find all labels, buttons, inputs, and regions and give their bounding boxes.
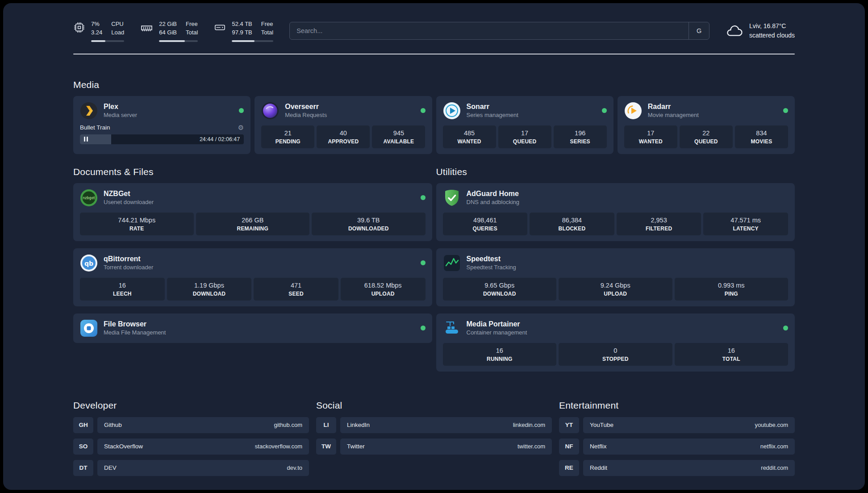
pause-icon[interactable] [84,137,88,142]
section-title-developer: Developer [73,400,309,411]
stat-box: 9.65 GbpsDOWNLOAD [443,278,557,301]
bookmark-abbr: NF [559,439,579,455]
bookmark-github[interactable]: GH Github github.com [73,417,309,433]
app-card-overseerr[interactable]: Overseerr Media Requests 21PENDING 40APP… [255,96,432,154]
stat-box: 834MOVIES [735,125,788,148]
app-card-qbittorrent[interactable]: qb qBittorrent Torrent downloader 16LEEC… [73,248,432,306]
stat-box: 485WANTED [443,125,496,148]
app-card-radarr[interactable]: Radarr Movie management 17WANTED 22QUEUE… [618,96,795,154]
nzbget-icon: nzbget [80,189,98,207]
status-dot [602,108,607,113]
stat-box: 618.52 MbpsUPLOAD [341,278,426,301]
stat-box: 22QUEUED [680,125,733,148]
bookmark-reddit[interactable]: RE Reddit reddit.com [559,460,795,476]
bookmark-abbr: LI [316,417,336,433]
entertainment-column: Entertainment YT YouTube youtube.com NF … [559,400,795,476]
disk-icon [214,20,226,33]
social-column: Social LI LinkedIn linkedin.com TW Twitt… [316,400,552,476]
app-card-filebrowser[interactable]: File Browser Media File Management [73,313,432,343]
app-card-adguard[interactable]: AdGuard Home DNS and adblocking 498,461Q… [436,183,795,241]
cpu-monitor: 7% 3.24 CPU Load [73,20,124,42]
stat-box: 86,384BLOCKED [530,213,614,235]
app-card-speedtest[interactable]: Speedtest Speedtest Tracking 9.65 GbpsDO… [436,248,795,306]
ram-monitor: 22 GiB 64 GiB Free Total [140,20,198,42]
app-name: Plex [104,103,137,111]
app-desc: Series management [467,112,518,118]
app-name: Overseerr [285,103,327,111]
svg-text:nzbget: nzbget [83,196,95,200]
stat-box: 47.571 msLATENCY [703,213,788,235]
stat-box: 16TOTAL [675,343,789,366]
bookmark-linkedin[interactable]: LI LinkedIn linkedin.com [316,417,552,433]
bookmark-name: Github [104,422,122,428]
app-desc: Media Requests [285,112,327,118]
bookmark-stackoverflow[interactable]: SO StackOverflow stackoverflow.com [73,439,309,455]
bookmark-abbr: DT [73,460,93,476]
status-dot [783,108,788,113]
media-grid: Plex Media server Bullet Train ⚙ 24:44 /… [73,96,795,154]
app-card-plex[interactable]: Plex Media server Bullet Train ⚙ 24:44 /… [73,96,250,154]
bookmark-url: youtube.com [755,422,788,428]
disk-progress-bar [232,40,273,42]
search-bar: G [289,22,709,40]
app-name: Speedtest [467,255,516,263]
app-card-portainer[interactable]: Media Portainer Container management 16R… [436,313,795,372]
bookmark-abbr: TW [316,439,336,455]
bookmark-url: reddit.com [761,464,788,471]
stat-box: 39.6 TBDOWNLOADED [312,213,426,235]
section-title-entertainment: Entertainment [559,400,795,411]
status-dot [421,326,426,330]
app-card-sonarr[interactable]: Sonarr Series management 485WANTED 17QUE… [436,96,613,154]
top-bar: 7% 3.24 CPU Load [73,20,795,42]
search-engine-button[interactable]: G [689,22,709,39]
search-input[interactable] [290,22,689,39]
svg-text:qb: qb [84,259,93,267]
stat-box: 1.19 GbpsDOWNLOAD [167,278,252,301]
cpu-load-value: 3.24 [91,29,102,37]
section-title-media: Media [73,79,795,90]
bookmark-name: LinkedIn [347,422,370,428]
status-dot [421,195,426,200]
section-title-documents: Documents & Files [73,167,432,177]
bookmark-abbr: SO [73,439,93,455]
gear-icon[interactable]: ⚙ [238,124,244,131]
portainer-icon [443,319,461,337]
speedtest-icon [443,254,461,272]
bookmark-youtube[interactable]: YT YouTube youtube.com [559,417,795,433]
bookmark-name: YouTube [590,422,613,428]
bookmark-dev[interactable]: DT DEV dev.to [73,460,309,476]
stat-box: 0STOPPED [559,343,672,366]
app-desc: DNS and adblocking [467,199,520,205]
disk-monitor: 52.4 TB 97.9 TB Free Total [214,20,273,42]
now-playing-title: Bullet Train [80,124,110,131]
bookmark-name: DEV [104,464,117,471]
bookmark-twitter[interactable]: TW Twitter twitter.com [316,439,552,455]
bookmark-netflix[interactable]: NF Netflix netflix.com [559,439,795,455]
app-name: AdGuard Home [467,190,520,198]
status-dot [239,108,244,113]
stat-box: 498,461QUERIES [443,213,528,235]
app-card-nzbget[interactable]: nzbget NZBGet Usenet downloader 744.21 M… [73,183,432,241]
cpu-label-top: CPU [111,20,124,29]
weather-location: Lviv, 16.87°C [749,21,795,31]
overseerr-icon [261,102,279,120]
radarr-icon [624,102,642,120]
bookmark-abbr: YT [559,417,579,433]
stat-box: 17WANTED [624,125,677,148]
bookmark-url: github.com [274,422,302,428]
app-name: Sonarr [467,103,518,111]
stat-box: 945AVAILABLE [372,125,425,148]
header-divider [73,54,795,54]
bookmark-url: linkedin.com [513,422,545,428]
plex-icon [80,102,98,120]
bookmark-url: netflix.com [760,443,788,450]
sonarr-icon [443,102,461,120]
plex-seek-bar[interactable]: 24:44 / 02:06:47 [80,134,244,144]
bookmark-url: stackoverflow.com [255,443,302,450]
filebrowser-icon [80,319,98,337]
cpu-percent: 7% [91,20,102,29]
status-dot [783,326,788,330]
bookmark-url: twitter.com [517,443,545,450]
weather-condition: scattered clouds [749,31,795,40]
stat-box: 40APPROVED [317,125,370,148]
